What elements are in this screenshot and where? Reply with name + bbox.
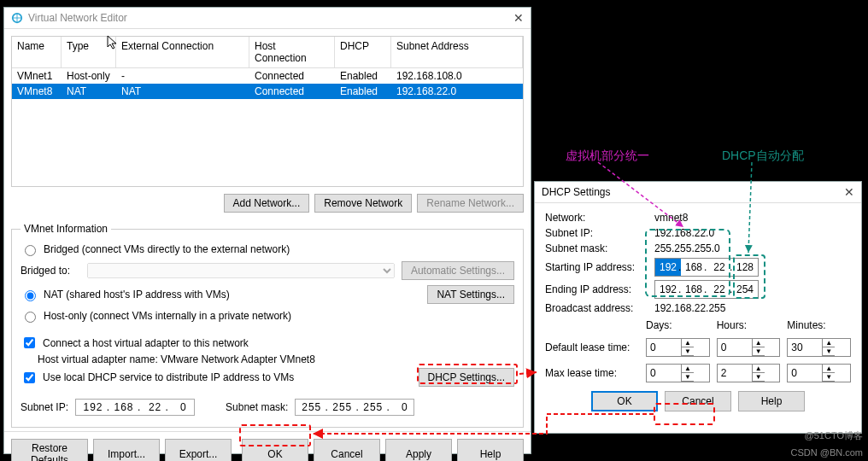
spinner-up-icon[interactable]: ▲ <box>682 339 694 347</box>
virtual-network-editor-window: Virtual Network Editor ✕ Name Type Exter… <box>3 7 531 454</box>
broadcast-label: Broadcast address: <box>545 302 648 314</box>
subnet-ip-label: Subnet IP: <box>21 401 68 413</box>
subnet-ip-input[interactable] <box>75 399 195 416</box>
annotation-box-teal-range <box>733 254 765 299</box>
spinner-down-icon[interactable]: ▼ <box>823 373 835 382</box>
network-label: Network: <box>545 212 648 224</box>
table-row[interactable]: VMnet1 Host-only - Connected Enabled 192… <box>12 68 523 84</box>
col-subnet[interactable]: Subnet Address <box>391 37 523 67</box>
bridged-to-select <box>87 263 395 278</box>
max-lease-minutes[interactable]: ▲▼ <box>787 364 851 382</box>
spinner-down-icon[interactable]: ▼ <box>682 373 694 382</box>
apply-button[interactable]: Apply <box>385 439 452 461</box>
dhcp-titlebar: DHCP Settings ✕ <box>535 182 861 203</box>
remove-network-button[interactable]: Remove Network <box>314 194 412 213</box>
cancel-button[interactable]: Cancel <box>314 439 380 461</box>
dhcp-subnet-mask-label: Subnet mask: <box>545 242 648 254</box>
restore-defaults-button[interactable]: Restore Defaults <box>11 439 88 461</box>
use-dhcp-label: Use local DHCP service to distribute IP … <box>43 371 294 383</box>
network-value: vmnet8 <box>654 212 688 224</box>
spinner-down-icon[interactable]: ▼ <box>682 347 694 356</box>
subnet-mask-label: Subnet mask: <box>226 401 288 413</box>
col-external[interactable]: External Connection <box>116 37 249 67</box>
vne-title: Virtual Network Editor <box>28 12 127 24</box>
connect-host-adapter-checkbox[interactable] <box>24 337 35 348</box>
rename-network-button: Rename Network... <box>417 194 524 213</box>
import-button[interactable]: Import... <box>93 439 160 461</box>
col-dhcp[interactable]: DHCP <box>335 37 391 67</box>
dhcp-settings-dialog: DHCP Settings ✕ Network:vmnet8 Subnet IP… <box>534 181 862 434</box>
annotation-box-dhcp-ok <box>654 403 715 425</box>
bridged-to-label: Bridged to: <box>21 265 80 277</box>
annotation-box-dhcp-btn <box>417 364 518 384</box>
minutes-label: Minutes: <box>787 319 851 331</box>
nat-label: NAT (shared host's IP address with VMs) <box>44 289 230 301</box>
max-lease-label: Max lease time: <box>545 367 639 379</box>
automatic-settings-button: Automatic Settings... <box>402 261 514 280</box>
broadcast-value: 192.168.22.255 <box>654 302 725 314</box>
help-button[interactable]: Help <box>457 439 524 461</box>
annotation-pink: 虚拟机部分统一 <box>566 149 649 164</box>
nat-radio[interactable] <box>25 290 36 301</box>
app-icon <box>11 12 23 24</box>
dhcp-title: DHCP Settings <box>542 186 610 198</box>
annotation-box-teal-ip <box>645 229 730 297</box>
vmnet-info-legend: VMnet Information <box>21 223 111 235</box>
dhcp-ok-button[interactable]: OK <box>591 391 658 411</box>
spinner-up-icon[interactable]: ▲ <box>682 365 694 373</box>
annotation-teal: DHCP自动分配 <box>722 149 804 164</box>
connect-host-label: Connect a host virtual adapter to this n… <box>43 337 249 349</box>
add-network-button[interactable]: Add Network... <box>224 194 310 213</box>
table-header: Name Type External Connection Host Conne… <box>12 37 523 68</box>
subnet-mask-input[interactable] <box>295 399 414 416</box>
table-row[interactable]: VMnet8 NAT NAT Connected Enabled 192.168… <box>12 84 523 99</box>
spinner-down-icon[interactable]: ▼ <box>823 347 835 356</box>
default-lease-hours[interactable]: ▲▼ <box>717 338 781 357</box>
annotation-box-ok <box>239 424 311 446</box>
col-name[interactable]: Name <box>12 37 62 67</box>
col-host[interactable]: Host Connection <box>249 37 335 67</box>
col-type[interactable]: Type <box>62 37 116 67</box>
use-dhcp-checkbox[interactable] <box>24 372 35 383</box>
bridged-radio[interactable] <box>25 245 36 256</box>
spinner-down-icon[interactable]: ▼ <box>753 347 765 356</box>
dhcp-help-button[interactable]: Help <box>738 391 805 411</box>
ending-ip-label: Ending IP address: <box>545 283 648 295</box>
bridged-label: Bridged (connect VMs directly to the ext… <box>44 243 290 255</box>
networks-table[interactable]: Name Type External Connection Host Conne… <box>11 36 524 187</box>
host-only-label: Host-only (connect VMs internally in a p… <box>44 310 291 322</box>
watermark: CSDN @BN.com <box>790 447 863 458</box>
default-lease-label: Default lease time: <box>545 341 639 353</box>
nat-settings-button[interactable]: NAT Settings... <box>427 285 514 304</box>
spinner-up-icon[interactable]: ▲ <box>823 365 835 373</box>
spinner-up-icon[interactable]: ▲ <box>753 365 765 373</box>
days-label: Days: <box>646 319 710 331</box>
export-button[interactable]: Export... <box>165 439 232 461</box>
dhcp-subnet-ip-label: Subnet IP: <box>545 227 648 239</box>
hours-label: Hours: <box>717 319 781 331</box>
max-lease-days[interactable]: ▲▼ <box>646 364 710 382</box>
starting-ip-label: Starting IP address: <box>545 261 648 273</box>
watermark: @51CTO博客 <box>805 429 863 442</box>
default-lease-days[interactable]: ▲▼ <box>646 338 710 357</box>
spinner-up-icon[interactable]: ▲ <box>753 339 765 347</box>
close-icon[interactable]: ✕ <box>513 11 524 25</box>
host-only-radio[interactable] <box>25 312 36 323</box>
spinner-down-icon[interactable]: ▼ <box>753 373 765 382</box>
default-lease-minutes[interactable]: ▲▼ <box>787 338 851 357</box>
close-icon[interactable]: ✕ <box>844 185 854 199</box>
vne-titlebar: Virtual Network Editor ✕ <box>4 8 531 29</box>
vmnet-information-group: VMnet Information Bridged (connect VMs d… <box>11 223 524 428</box>
spinner-up-icon[interactable]: ▲ <box>823 339 835 347</box>
max-lease-hours[interactable]: ▲▼ <box>717 364 781 382</box>
